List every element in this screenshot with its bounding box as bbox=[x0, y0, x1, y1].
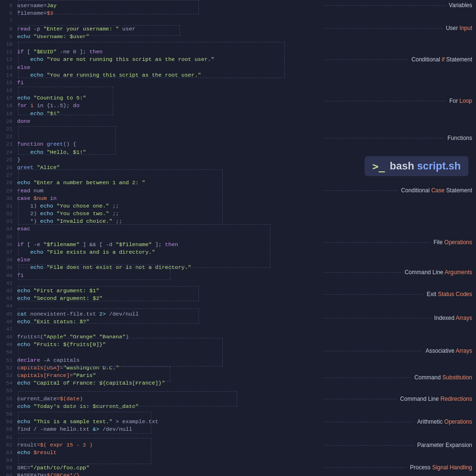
code-content: find / -name hello.txt &> /dev/null bbox=[17, 426, 324, 433]
annotation-item: Parameter Expansion bbox=[324, 442, 476, 448]
code-content: greet "Alice" bbox=[17, 164, 324, 171]
line-number: 26 bbox=[4, 164, 17, 171]
code-content bbox=[17, 87, 324, 94]
code-content: done bbox=[17, 118, 324, 125]
line-number: 30 bbox=[4, 195, 17, 202]
line-number: 12 bbox=[4, 56, 17, 63]
line-number: 62 bbox=[4, 442, 17, 449]
line-number: 10 bbox=[4, 41, 17, 48]
line-number: 19 bbox=[4, 110, 17, 118]
line-number: 49 bbox=[4, 341, 17, 348]
annotation-text: Associative Arrays bbox=[426, 347, 476, 354]
line-number: 65 bbox=[4, 465, 17, 472]
code-content: echo "File does not exist or is not a di… bbox=[17, 264, 324, 271]
code-content: current_date=$(date) bbox=[17, 395, 324, 402]
code-line: 21 bbox=[4, 125, 324, 133]
line-number: 41 bbox=[4, 280, 17, 287]
code-line: 42echo "First argument: $1" bbox=[4, 287, 324, 295]
line-number: 61 bbox=[4, 434, 17, 441]
annotation-text: Conditional Case Statement bbox=[401, 187, 476, 194]
annotation-item: Variables bbox=[324, 2, 476, 9]
code-line: 50 bbox=[4, 348, 324, 356]
code-line: 6filename=$3 bbox=[4, 10, 324, 17]
code-content: echo "First argument: $1" bbox=[17, 287, 324, 294]
code-content bbox=[17, 387, 324, 394]
code-line: 25} bbox=[4, 156, 324, 164]
code-content: function greet() { bbox=[17, 140, 324, 148]
line-number: 11 bbox=[4, 49, 17, 56]
line-number: 51 bbox=[4, 357, 17, 364]
line-number: 37 bbox=[4, 249, 17, 256]
annotation-text: Command Line Redirections bbox=[400, 396, 476, 402]
code-line: 18for i in {1..5}; do bbox=[4, 102, 324, 109]
code-line: 14 echo "You are running this script as … bbox=[4, 71, 324, 79]
code-line: 22 bbox=[4, 133, 324, 140]
line-number: 43 bbox=[4, 295, 17, 302]
code-line: 30case $num in bbox=[4, 195, 324, 202]
code-line: 13else bbox=[4, 64, 324, 71]
annotation-item: Conditional if Statement bbox=[324, 56, 476, 63]
code-content: capitals[France]="Paris" bbox=[17, 372, 324, 379]
code-line: 24 echo "Hello, $1!" bbox=[4, 149, 324, 156]
annotation-line bbox=[324, 5, 445, 6]
code-line: 15fi bbox=[4, 79, 324, 87]
code-line: 23function greet() { bbox=[4, 140, 324, 148]
code-line: 29read num bbox=[4, 187, 324, 195]
line-number: 66 bbox=[4, 472, 17, 476]
code-content: echo "This is a sample text." > example.… bbox=[17, 418, 324, 425]
line-number: 8 bbox=[4, 26, 17, 33]
annotation-text: Command Substitution bbox=[415, 374, 476, 381]
annotation-item: File Operations bbox=[324, 239, 476, 246]
line-number: 5 bbox=[4, 2, 17, 10]
code-line: 8read -p "Enter your username: " user bbox=[4, 25, 324, 33]
code-line: 41 bbox=[4, 279, 324, 287]
code-content: echo "Counting to 5:" bbox=[17, 94, 324, 101]
code-content bbox=[17, 326, 324, 333]
annotation-panel: >_ bash script.sh VariablesUser InputCon… bbox=[324, 0, 476, 476]
code-line: 37 echo "File exists and is a directory.… bbox=[4, 248, 324, 256]
code-line: 51declare -A capitals bbox=[4, 357, 324, 364]
line-number: 46 bbox=[4, 318, 17, 326]
code-line: 28echo "Enter a number between 1 and 2: … bbox=[4, 179, 324, 187]
annotation-line bbox=[324, 28, 442, 29]
code-line: 10 bbox=[4, 40, 324, 48]
annotation-line bbox=[324, 294, 423, 295]
code-line: 60find / -name hello.txt &> /dev/null bbox=[4, 426, 324, 433]
line-number: 40 bbox=[4, 272, 17, 279]
annotation-item: Command Substitution bbox=[324, 374, 476, 381]
annotation-text: User Input bbox=[446, 25, 476, 31]
code-content bbox=[17, 17, 324, 24]
line-number: 22 bbox=[4, 133, 17, 140]
line-number: 59 bbox=[4, 418, 17, 426]
line-number: 57 bbox=[4, 403, 17, 410]
code-line: 53capitals[France]="Paris" bbox=[4, 372, 324, 379]
annotation-text: Indexed Arrays bbox=[434, 315, 476, 321]
code-content: fruits=("Apple" "Orange" "Banana") bbox=[17, 333, 324, 340]
code-content bbox=[17, 171, 324, 178]
line-number: 23 bbox=[4, 141, 17, 148]
code-content: echo "Hello, $1!" bbox=[17, 149, 324, 156]
code-line: 56current_date=$(date) bbox=[4, 395, 324, 403]
line-number: 63 bbox=[4, 449, 17, 456]
annotation-item: User Input bbox=[324, 25, 476, 31]
annotation-line bbox=[324, 272, 401, 273]
code-line: 38else bbox=[4, 256, 324, 264]
code-line: 17echo "Counting to 5:" bbox=[4, 94, 324, 102]
line-number: 35 bbox=[4, 234, 17, 241]
code-content bbox=[17, 456, 324, 464]
annotation-line bbox=[324, 377, 411, 378]
line-number: 55 bbox=[4, 387, 17, 395]
code-content: SRC="/path/to/foo.cpp" bbox=[17, 464, 324, 471]
code-line: 7 bbox=[4, 17, 324, 25]
code-content bbox=[17, 410, 324, 417]
code-line: 64 bbox=[4, 456, 324, 464]
code-content: echo "Fruits: ${fruits[0]}" bbox=[17, 341, 324, 348]
line-number: 53 bbox=[4, 372, 17, 379]
bash-label: bash script.sh bbox=[390, 160, 461, 172]
code-content: case $num in bbox=[17, 195, 324, 202]
line-number: 31 bbox=[4, 203, 17, 210]
code-line: 27 bbox=[4, 171, 324, 179]
code-content bbox=[17, 302, 324, 309]
annotation-text: Exit Status Codes bbox=[427, 291, 476, 298]
terminal-icon: >_ bbox=[372, 160, 385, 172]
